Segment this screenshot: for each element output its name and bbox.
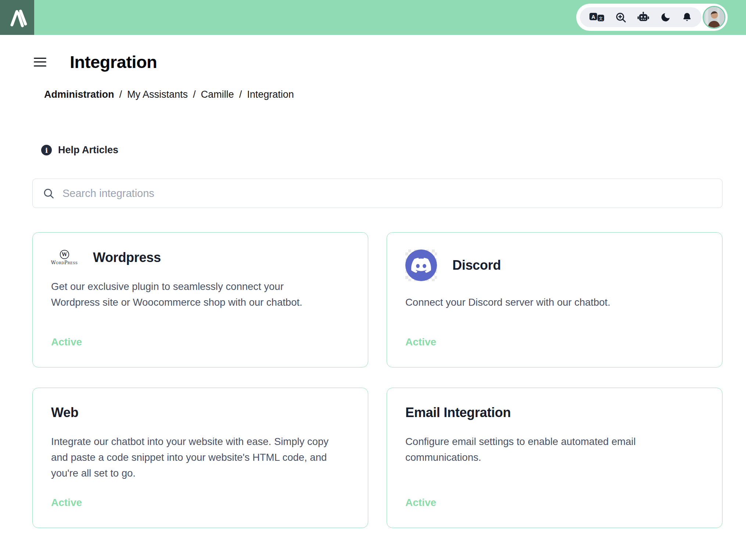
translate-icon[interactable]: A 文: [589, 12, 605, 23]
notifications-bell-icon[interactable]: [682, 12, 692, 23]
user-avatar[interactable]: [703, 6, 725, 29]
info-icon: i: [41, 145, 52, 155]
card-description: Connect your Discord server with our cha…: [405, 294, 685, 310]
brand-logo[interactable]: [0, 0, 34, 35]
card-description: Configure email settings to enable autom…: [405, 434, 685, 465]
card-title: Discord: [452, 258, 501, 273]
status-badge: Active: [405, 336, 704, 348]
robot-icon[interactable]: [637, 12, 649, 23]
discord-logo-icon: [405, 250, 437, 281]
breadcrumb-separator: /: [193, 89, 196, 100]
status-badge: Active: [405, 497, 704, 509]
breadcrumb-item-administration[interactable]: Administration: [44, 89, 114, 100]
breadcrumb-item-my-assistants[interactable]: My Assistants: [127, 89, 188, 100]
wordpress-logo-text: WordPress: [51, 260, 78, 265]
card-title: Web: [51, 405, 78, 420]
main-content: Integration Administration / My Assistan…: [0, 52, 746, 528]
breadcrumb: Administration / My Assistants / Camille…: [44, 89, 722, 100]
card-title: Wordpress: [93, 250, 161, 265]
card-description: Get our exclusive plugin to seamlessly c…: [51, 279, 331, 310]
help-articles-label: Help Articles: [58, 144, 118, 156]
top-header-bar: A 文: [0, 0, 746, 35]
search-input[interactable]: [62, 187, 712, 200]
toolbar-icon-group: A 文: [580, 7, 702, 27]
page-title: Integration: [70, 52, 157, 72]
svg-text:文: 文: [599, 16, 603, 21]
breadcrumb-separator: /: [239, 89, 242, 100]
search-bar: [32, 179, 722, 208]
status-badge: Active: [51, 497, 349, 509]
card-description: Integrate our chatbot into your website …: [51, 434, 331, 481]
menu-hamburger-button[interactable]: [34, 58, 46, 67]
toolbar-pill: A 文: [576, 4, 728, 31]
search-icon: [43, 188, 54, 199]
help-articles-link[interactable]: i Help Articles: [41, 144, 118, 156]
zoom-in-icon[interactable]: [615, 12, 627, 23]
wordpress-logo-icon: W WordPress: [51, 250, 78, 265]
svg-text:W: W: [61, 252, 67, 257]
svg-text:A: A: [591, 14, 595, 20]
status-badge: Active: [51, 336, 349, 348]
breadcrumb-item-integration[interactable]: Integration: [247, 89, 294, 100]
dark-mode-icon[interactable]: [660, 12, 671, 23]
integration-card-discord[interactable]: Discord Connect your Discord server with…: [387, 232, 722, 367]
integration-card-email[interactable]: Email Integration Configure email settin…: [387, 388, 722, 528]
integration-card-wordpress[interactable]: W WordPress Wordpress Get our exclusive …: [32, 232, 368, 367]
breadcrumb-separator: /: [119, 89, 122, 100]
integration-card-web[interactable]: Web Integrate our chatbot into your webs…: [32, 388, 368, 528]
breadcrumb-item-camille[interactable]: Camille: [201, 89, 234, 100]
brand-logo-icon: [7, 6, 28, 29]
card-title: Email Integration: [405, 405, 511, 420]
integration-cards-grid: W WordPress Wordpress Get our exclusive …: [32, 232, 722, 528]
